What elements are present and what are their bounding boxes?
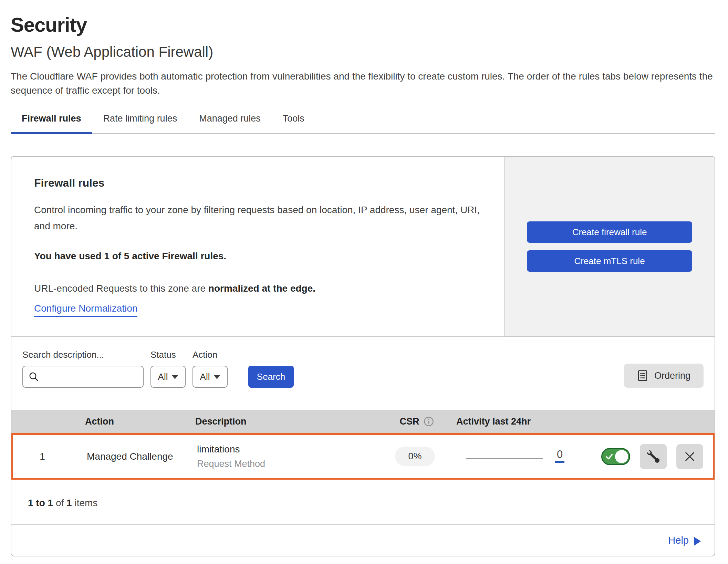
row-csr: 0% bbox=[375, 447, 455, 466]
help-link-label: Help bbox=[668, 535, 689, 546]
check-icon bbox=[605, 453, 613, 460]
row-description-detail: Request Method bbox=[197, 459, 375, 469]
page-root: Security WAF (Web Application Firewall) … bbox=[0, 0, 728, 556]
ordering-button-label: Ordering bbox=[654, 370, 690, 381]
wrench-icon bbox=[647, 450, 659, 463]
action-label: Action bbox=[193, 349, 228, 360]
action-dropdown-value: All bbox=[200, 372, 210, 382]
row-controls bbox=[568, 444, 713, 469]
csr-badge: 0% bbox=[395, 447, 435, 466]
normalization-text: URL-encoded Requests to this zone are bbox=[34, 283, 206, 294]
arrow-right-icon bbox=[694, 537, 701, 546]
page-description: The Cloudflare WAF provides both automat… bbox=[11, 69, 714, 97]
row-index: 1 bbox=[13, 451, 72, 462]
rule-enabled-toggle[interactable] bbox=[601, 448, 630, 465]
row-activity: 0 bbox=[455, 449, 568, 464]
pagination-summary: 1 to 1 of 1 items bbox=[11, 480, 715, 524]
search-box bbox=[22, 366, 144, 388]
close-icon bbox=[684, 451, 696, 462]
tab-firewall-rules[interactable]: Firewall rules bbox=[11, 113, 92, 133]
chevron-down-icon bbox=[214, 375, 220, 379]
header-csr-label: CSR bbox=[399, 416, 419, 427]
tab-managed-rules[interactable]: Managed rules bbox=[188, 113, 272, 133]
header-activity: Activity last 24hr bbox=[456, 416, 570, 427]
list-icon bbox=[637, 370, 648, 382]
normalization-note: URL-encoded Requests to this zone are no… bbox=[34, 283, 483, 294]
usage-summary: You have used 1 of 5 active Firewall rul… bbox=[34, 251, 483, 262]
edit-rule-button[interactable] bbox=[640, 444, 667, 469]
create-firewall-rule-button[interactable]: Create firewall rule bbox=[527, 221, 692, 243]
toggle-knob bbox=[615, 450, 628, 463]
activity-sparkline bbox=[466, 458, 543, 459]
activity-count-link[interactable]: 0 bbox=[555, 449, 564, 463]
help-link[interactable]: Help bbox=[668, 535, 701, 546]
search-button[interactable]: Search bbox=[248, 366, 294, 388]
firewall-rules-card: Firewall rules Control incoming traffic … bbox=[11, 156, 715, 556]
page-title: Security bbox=[11, 13, 715, 36]
action-dropdown[interactable]: All bbox=[193, 366, 228, 388]
delete-rule-button[interactable] bbox=[676, 444, 703, 469]
page-subtitle: WAF (Web Application Firewall) bbox=[11, 44, 715, 60]
overview-description: Control incoming traffic to your zone by… bbox=[34, 202, 482, 234]
pagination-range: 1 to 1 bbox=[28, 498, 53, 508]
row-action: Managed Challenge bbox=[72, 451, 182, 462]
table-row: 1 Managed Challenge limitations Request … bbox=[11, 433, 715, 480]
overview-section: Firewall rules Control incoming traffic … bbox=[11, 157, 715, 337]
pagination-total: 1 bbox=[66, 498, 72, 508]
tab-rate-limiting-rules[interactable]: Rate limiting rules bbox=[92, 113, 188, 133]
overview-heading: Firewall rules bbox=[34, 177, 483, 189]
action-filter-group: Action All bbox=[193, 349, 228, 388]
tab-bar: Firewall rules Rate limiting rules Manag… bbox=[11, 113, 715, 134]
status-dropdown-value: All bbox=[158, 372, 168, 382]
configure-normalization-link[interactable]: Configure Normalization bbox=[34, 303, 137, 317]
pagination-items: items bbox=[74, 498, 97, 508]
tab-tools[interactable]: Tools bbox=[272, 113, 315, 133]
header-csr: CSR bbox=[377, 416, 456, 427]
ordering-button[interactable]: Ordering bbox=[624, 364, 704, 388]
header-description: Description bbox=[180, 416, 377, 427]
pagination-of: of bbox=[56, 498, 64, 508]
info-icon[interactable] bbox=[424, 416, 434, 427]
search-label: Search description... bbox=[22, 349, 144, 360]
action-panel: Create firewall rule Create mTLS rule bbox=[504, 157, 715, 336]
search-icon bbox=[29, 372, 39, 382]
row-description: limitations Request Method bbox=[182, 444, 375, 469]
table-header: Action Description CSR Activity last 24h… bbox=[11, 410, 715, 433]
status-filter-group: Status All bbox=[150, 349, 186, 388]
filter-bar: Search description... Status All bbox=[11, 337, 715, 410]
chevron-down-icon bbox=[172, 375, 178, 379]
help-row: Help bbox=[11, 524, 715, 556]
overview-text-column: Firewall rules Control incoming traffic … bbox=[11, 157, 504, 336]
status-dropdown[interactable]: All bbox=[150, 366, 186, 388]
create-mtls-rule-button[interactable]: Create mTLS rule bbox=[527, 250, 692, 272]
row-description-title: limitations bbox=[197, 444, 375, 455]
search-field-group: Search description... bbox=[22, 349, 144, 388]
status-label: Status bbox=[150, 349, 186, 360]
header-action: Action bbox=[70, 416, 180, 427]
normalization-bold-text: normalized at the edge. bbox=[208, 283, 315, 294]
search-input[interactable] bbox=[43, 371, 137, 383]
